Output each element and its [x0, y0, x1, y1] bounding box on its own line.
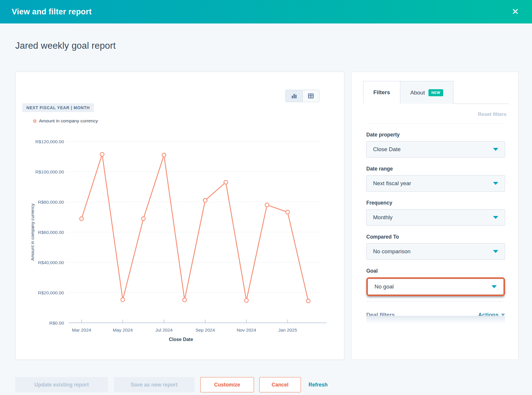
filters-panel: Filters About NEW Reset filters Date pro… [351, 72, 519, 360]
tab-filters[interactable]: Filters [363, 81, 400, 104]
svg-text:Amount in company currency: Amount in company currency [30, 203, 35, 261]
svg-text:R$80,000.00: R$80,000.00 [38, 200, 64, 205]
svg-text:R$100,000.00: R$100,000.00 [35, 169, 64, 174]
filter-group-date-property: Date property Close Date [366, 132, 505, 158]
frequency-value: Monthly [373, 214, 393, 221]
date-range-value: Next fiscal year [373, 180, 411, 187]
divider [366, 301, 504, 302]
date-range-label: Date range [366, 166, 505, 172]
date-property-label: Date property [366, 132, 505, 138]
filter-group-goal: Goal No goal [366, 268, 505, 296]
svg-text:Jul 2024: Jul 2024 [155, 328, 173, 332]
close-icon[interactable]: ✕ [510, 7, 520, 17]
svg-text:R$60,000.00: R$60,000.00 [38, 230, 64, 235]
page-title: Jared weekly goal report [15, 40, 116, 51]
goal-label: Goal [366, 268, 505, 274]
tab-about-label: About [410, 90, 425, 96]
reset-row: Reset filters [352, 104, 518, 123]
svg-text:May 2024: May 2024 [113, 328, 133, 332]
tab-about[interactable]: About NEW [400, 81, 453, 104]
svg-text:Close Date: Close Date [169, 337, 193, 342]
compared-to-label: Compared To [366, 234, 505, 240]
svg-text:R$0.00: R$0.00 [49, 320, 64, 325]
customize-button[interactable]: Customize [200, 377, 254, 392]
save-as-new-report-button[interactable]: Save as new report [114, 377, 194, 392]
svg-text:Sep 2024: Sep 2024 [195, 328, 215, 332]
filter-group-compared-to: Compared To No comparison [366, 234, 505, 260]
date-property-select[interactable]: Close Date [366, 141, 505, 158]
new-badge: NEW [428, 89, 443, 96]
chevron-down-icon [493, 148, 498, 151]
update-existing-report-button[interactable]: Update existing report [15, 377, 108, 392]
date-property-value: Close Date [373, 146, 401, 153]
frequency-label: Frequency [366, 200, 505, 206]
svg-text:Jan 2025: Jan 2025 [278, 328, 297, 332]
deal-filters-label: Deal filters [366, 312, 395, 318]
modal-header: View and filter report ✕ [0, 0, 532, 23]
svg-text:Nov 2024: Nov 2024 [237, 328, 256, 332]
frequency-select[interactable]: Monthly [366, 209, 505, 226]
svg-text:R$40,000.00: R$40,000.00 [38, 260, 64, 265]
filter-group-date-range: Date range Next fiscal year [366, 166, 505, 192]
goal-highlight-annotation: No goal [366, 277, 505, 296]
goal-select[interactable]: No goal [368, 279, 504, 295]
chevron-down-icon [493, 250, 498, 253]
tab-filters-label: Filters [373, 89, 390, 96]
deal-filters-row: Deal filters Actions [366, 312, 505, 318]
report-card: NEXT FISCAL YEAR | MONTH Amount in compa… [15, 72, 344, 360]
compared-to-select[interactable]: No comparison [366, 243, 505, 260]
date-range-select[interactable]: Next fiscal year [366, 175, 505, 192]
compared-to-value: No comparison [373, 248, 411, 255]
line-chart: R$120,000.00R$100,000.00R$80,000.00R$60,… [16, 72, 345, 360]
refresh-link[interactable]: Refresh [309, 382, 328, 388]
filter-group-frequency: Frequency Monthly [366, 200, 505, 226]
chevron-down-icon [493, 182, 498, 185]
modal-title: View and filter report [12, 7, 92, 16]
reset-filters-link[interactable]: Reset filters [478, 112, 506, 117]
tabs-row: Filters About NEW [363, 81, 509, 104]
footer-actions: Update existing report Save as new repor… [15, 377, 328, 392]
panel-bottom-fade [352, 355, 518, 359]
chevron-down-icon [492, 285, 497, 288]
chevron-down-icon [501, 314, 505, 316]
svg-text:R$20,000.00: R$20,000.00 [38, 290, 64, 295]
goal-value: No goal [375, 283, 394, 290]
cancel-button[interactable]: Cancel [259, 377, 301, 392]
actions-dropdown[interactable]: Actions [478, 312, 505, 318]
filters-body: Date property Close Date Date range Next… [352, 124, 518, 296]
actions-label: Actions [478, 312, 499, 318]
svg-text:R$120,000.00: R$120,000.00 [35, 139, 64, 144]
chevron-down-icon [493, 216, 498, 219]
svg-text:Mar 2024: Mar 2024 [72, 328, 91, 332]
